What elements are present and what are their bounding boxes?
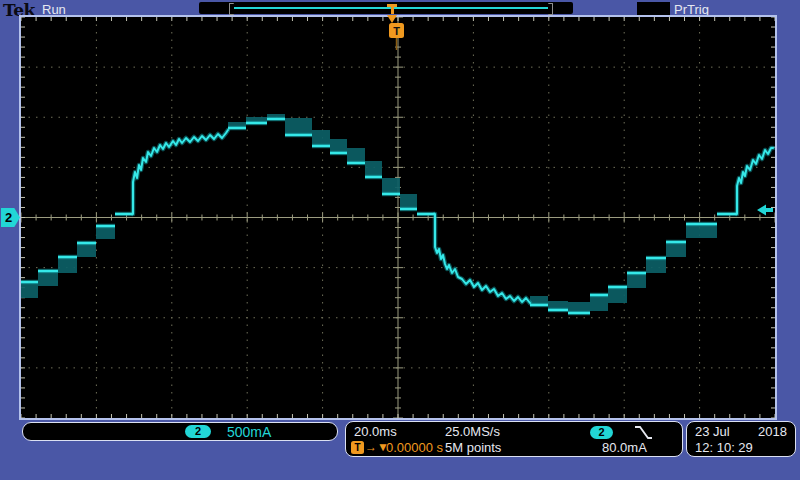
datetime-box: 23 Jul 2018 12: 10: 29 [686,421,796,457]
oscilloscope-screen: Tek Run PrTrig T 2 2 500mA 20.0ms 25.0MS… [0,0,800,480]
trigger-position-marker-icon[interactable] [386,3,398,25]
trigger-source-badge: 2 [590,426,613,439]
channel2-marker-label: 2 [1,210,12,225]
time-label: 12: 10: 29 [695,440,753,455]
trigger-level-readout: 80.0mA [602,440,647,455]
date-label: 23 Jul [695,424,730,439]
timebase-trigger-readout-box: 20.0ms 25.0MS/s 2 T →▼ 0.00000 s 5M poin… [345,421,683,457]
graticule-frame: T [19,15,777,420]
channel2-badge: 2 [185,425,211,438]
trigger-t-stem [391,4,394,14]
header-status-box [637,2,670,16]
trigger-level-arrow[interactable] [757,205,773,216]
record-length: 5M points [445,440,501,455]
sample-rate: 25.0MS/s [445,424,500,439]
trigger-position-readout: 0.00000 s [386,440,443,455]
channel2-scale: 500mA [227,424,271,440]
record-window-left-bracket[interactable] [229,3,234,15]
horizontal-scale: 20.0ms [354,424,397,439]
svg-text:T: T [393,25,400,37]
record-view-bar [199,2,573,14]
trigger-down-arrow-icon [387,15,397,23]
channel2-readout-box: 2 500mA [22,422,338,441]
channel2-ground-marker[interactable]: 2 [1,208,20,227]
waveform-display: T [21,17,775,418]
year-label: 2018 [758,424,787,439]
trigger-t-icon: T [351,441,364,454]
record-window-right-bracket[interactable] [548,3,553,15]
